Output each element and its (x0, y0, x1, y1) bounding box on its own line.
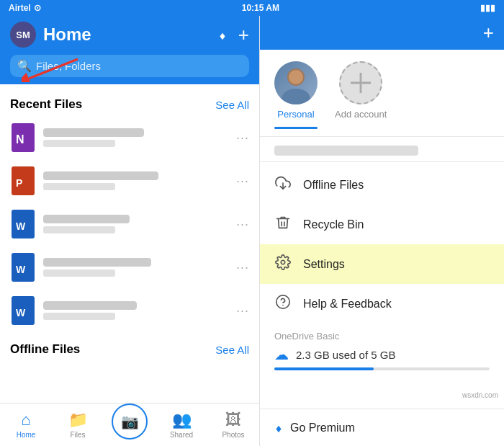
file-name (43, 171, 158, 180)
settings-label: Settings (303, 258, 345, 271)
recycle-bin-label: Recycle Bin (303, 218, 364, 231)
storage-bar-fill (274, 367, 374, 370)
storage-section: OneDrive Basic ☁ 2.3 GB used of 5 GB (260, 324, 504, 378)
add-account-avatar (339, 61, 382, 104)
file-meta (43, 140, 115, 147)
content-area: Recent Files See All N ··· P (0, 84, 259, 403)
recent-files-see-all[interactable]: See All (215, 99, 249, 111)
right-top-bar: + (260, 16, 504, 50)
offline-files-see-all[interactable]: See All (215, 344, 249, 356)
file-info (43, 301, 229, 320)
file-name (43, 258, 151, 267)
file-name (43, 215, 130, 223)
divider2 (260, 161, 504, 162)
account-personal[interactable]: Personal (274, 61, 318, 129)
file-icon-word2: W (10, 251, 36, 283)
app-container: SM Home ⬧ + 🔍 (0, 16, 504, 446)
list-item[interactable]: P ··· (0, 159, 259, 202)
diamond-header-icon[interactable]: ⬧ (218, 27, 227, 43)
file-info (43, 258, 229, 277)
cloud-storage-icon: ☁ (274, 346, 289, 363)
status-carrier: Airtel ⊙ (9, 3, 41, 13)
status-bar: Airtel ⊙ 10:15 AM ▮▮▮ (0, 0, 504, 16)
accounts-section: Personal Add account (260, 50, 504, 129)
tab-home[interactable]: ⌂ Home (0, 403, 52, 446)
svg-point-19 (276, 295, 289, 308)
offline-files-title: Offline Files (10, 342, 80, 357)
diamond-icon: ⬧ (274, 419, 283, 436)
avatar[interactable]: SM (10, 22, 36, 48)
storage-plan: OneDrive Basic (274, 331, 490, 342)
shared-icon: 👥 (172, 411, 192, 429)
list-item[interactable]: W ··· (0, 202, 259, 246)
tab-shared[interactable]: 👥 Shared (156, 403, 207, 446)
page-title: Home (43, 24, 211, 45)
personal-underline (274, 127, 318, 129)
help-icon (274, 294, 292, 313)
file-meta (43, 183, 115, 190)
file-meta (43, 269, 115, 277)
email-blurred (274, 146, 418, 156)
trash-icon (274, 215, 292, 234)
file-name (43, 128, 144, 137)
tab-files[interactable]: 📁 Files (52, 403, 104, 446)
offline-files-header: Offline Files See All (0, 338, 259, 361)
app-header: SM Home ⬧ + (0, 16, 259, 55)
personal-avatar (274, 61, 318, 104)
list-item[interactable]: W ··· (0, 246, 259, 289)
tab-photos-label: Photos (222, 431, 244, 439)
menu-offline-files[interactable]: Offline Files (260, 165, 504, 205)
file-more-icon[interactable]: ··· (236, 217, 249, 232)
files-icon: 📁 (68, 411, 88, 429)
svg-text:W: W (16, 307, 26, 318)
file-info (43, 171, 229, 190)
camera-circle: 📷 (112, 403, 148, 440)
svg-text:W: W (16, 264, 26, 275)
tab-camera[interactable]: 📷 (104, 403, 156, 446)
file-icon-word3: W (10, 295, 36, 326)
list-item[interactable]: N ··· (0, 116, 259, 159)
file-more-icon[interactable]: ··· (236, 303, 249, 318)
file-icon-word: W (10, 208, 36, 240)
camera-icon: 📷 (121, 413, 139, 430)
svg-text:W: W (16, 220, 26, 232)
help-feedback-label: Help & Feedback (303, 298, 392, 311)
storage-bar-background (274, 367, 490, 370)
file-meta (43, 313, 115, 320)
go-premium-button[interactable]: ⬧ Go Premium (260, 409, 504, 446)
file-icon-ppt: P (10, 165, 36, 197)
file-name (43, 301, 137, 310)
svg-point-18 (281, 260, 285, 264)
menu-settings[interactable]: Settings (260, 244, 504, 284)
offline-files-label: Offline Files (303, 179, 364, 192)
svg-rect-4 (12, 166, 35, 195)
add-button[interactable]: + (238, 24, 249, 46)
file-more-icon[interactable]: ··· (236, 130, 249, 146)
file-meta (43, 226, 115, 233)
file-more-icon[interactable]: ··· (236, 260, 249, 275)
left-panel: SM Home ⬧ + 🔍 (0, 16, 259, 446)
right-add-button[interactable]: + (483, 22, 494, 44)
cloud-down-icon (274, 175, 292, 195)
arrow-indicator (22, 53, 79, 85)
file-info (43, 215, 229, 233)
personal-label: Personal (277, 109, 314, 120)
recent-files-title: Recent Files (10, 97, 82, 112)
menu-recycle-bin[interactable]: Recycle Bin (260, 205, 504, 244)
file-info (43, 128, 229, 147)
go-premium-label: Go Premium (290, 422, 355, 434)
list-item[interactable]: W ··· (0, 289, 259, 332)
right-panel: + Personal (259, 16, 504, 446)
add-account-label: Add account (335, 109, 387, 120)
svg-text:N: N (16, 133, 24, 146)
menu-help[interactable]: Help & Feedback (260, 284, 504, 324)
tab-photos[interactable]: 🖼 Photos (207, 403, 259, 446)
svg-point-13 (282, 89, 310, 104)
recent-files-header: Recent Files See All (0, 93, 259, 116)
svg-text:P: P (16, 177, 22, 189)
email-row (260, 140, 504, 161)
tab-files-label: Files (70, 431, 85, 439)
storage-text: 2.3 GB used of 5 GB (296, 349, 395, 361)
file-more-icon[interactable]: ··· (236, 174, 249, 189)
account-add[interactable]: Add account (335, 61, 387, 120)
